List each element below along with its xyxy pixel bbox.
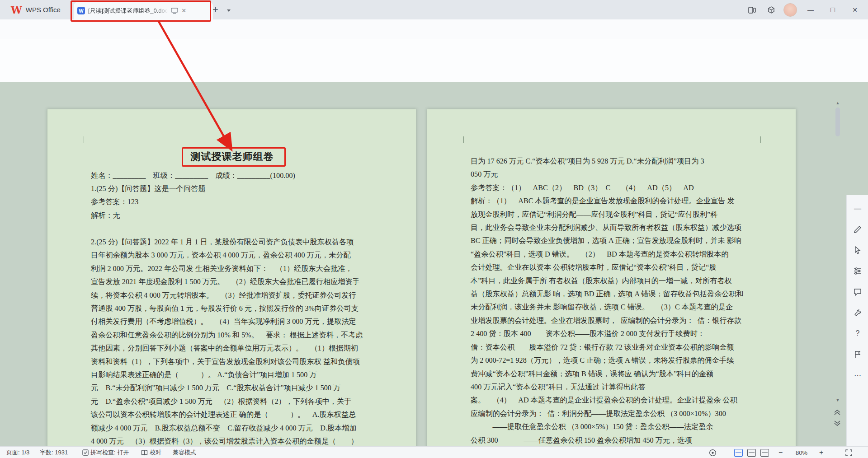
doc-text-line: 其他因素，分别回答下列小题（答案中的金额单位用万元表示）。 （1）根据期初 — [91, 342, 363, 355]
doc-text-line: 元 D.“盈余公积”项目减少 1 500 万元 （2）根据资料（2），下列各项中… — [91, 395, 363, 408]
scrollbar-thumb[interactable] — [835, 107, 840, 136]
ribbon-toolbar: 格式刷 粘贴 ✂ 宋体 小四 A+ A− wén 文 B I U A — [0, 39, 868, 83]
doc-text-line: 公积 300 ——任意盈余公积 150 盈余公积增加 450 万元，选项 — [471, 434, 744, 446]
tab-close-icon[interactable]: ✕ — [181, 7, 186, 14]
scroll-up-icon[interactable]: ▲ — [835, 100, 840, 106]
help-icon[interactable]: ? — [850, 326, 865, 341]
doc-text-line: 该公司以资本公积转增股本的会计处理表述正 确的是（ ）。 A.股东权益总 — [91, 408, 363, 421]
previous-page-button[interactable] — [833, 408, 842, 416]
doc-text-line: 目影响结果表述正确的是（ ）。 A.“负债合计”项目增加 1 500 万 — [91, 369, 363, 382]
doc-text-line: 续，将资本公积 4 000 万元转增股本。 （3）经批准增资扩股，委托证券公司发… — [91, 289, 363, 302]
screen-share-icon[interactable] — [171, 8, 178, 14]
app-brand[interactable]: W WPS Office — [6, 0, 65, 19]
new-tab-button[interactable]: + — [212, 4, 218, 15]
zoom-in-button[interactable]: + — [819, 447, 823, 458]
book-icon — [141, 450, 148, 456]
doc-text-line: 参考答案：123 — [91, 196, 206, 209]
document-page-2[interactable]: 目为 17 626 万元 C.“资本公积”项目为 5 928 万元 D.“未分配… — [427, 109, 796, 446]
margin-corner-mark — [760, 136, 767, 143]
doc-text-line: 元 B.“未分配利润”项目减少 1 500 万元 C.“股东权益合计”项目减少 … — [91, 382, 363, 395]
doc-text-line: 未分配利润，该业务并未 影响留存收益，选项 C 错误。 （3）C 本题考查的是企 — [471, 301, 744, 314]
tools-wrench-icon[interactable] — [850, 305, 865, 320]
document-tab-title: [只读]测试授课老师组卷_0.doc — [88, 7, 168, 15]
tab-list-chevron-icon[interactable] — [227, 7, 231, 15]
doc-text-line: 普通股 400 万股，每股面值 1 元，每股发行价 6 元，按照发行价的 3%向… — [91, 302, 363, 315]
comment-icon[interactable] — [850, 285, 865, 299]
window-close-button[interactable]: ✕ — [848, 3, 862, 17]
doc-text-line: 借：资本公积——股本溢价 72 贷：银行存款 72 该业务对企业资本公积的影响金… — [471, 341, 744, 354]
proofread-button[interactable]: 校对 — [141, 447, 161, 458]
compatibility-mode[interactable]: 兼容模式 — [173, 447, 196, 458]
pointer-icon[interactable] — [850, 243, 865, 257]
doc-text-line: 参考答案：（1） ABC（2） BD（3） C （4） AD（5） AD — [471, 182, 744, 195]
doc-text-line: 应编制的会计分录为： 借：利润分配——提取法定盈余公积 （3 000×10%）3… — [471, 407, 744, 421]
doc-text-line: 资料和资料（1），下列各项中，关于宣告发放现金股利对该公司股东权 益和负债项 — [91, 355, 363, 369]
window-tab-bar: W WPS Office W [只读]测试授课老师组卷_0.doc ✕ + — … — [0, 0, 868, 19]
doc-text-line: 利润 2 000 万元。2022 年公司发 生相关业务资料如下： （1）经股东大… — [91, 262, 363, 276]
more-tools-icon[interactable]: ⋯ — [850, 368, 865, 382]
doc-file-icon: W — [77, 7, 85, 14]
page-indicator[interactable]: 页面: 1/3 — [6, 447, 29, 458]
answer-block: 目为 17 626 万元 C.“资本公积”项目为 5 928 万元 D.“未分配… — [471, 155, 744, 446]
doc-text-line: 为 2 000-72=1 928（万元），选项 C 正确；选项 A 错误，未将发… — [471, 354, 744, 367]
split-window-icon[interactable] — [745, 3, 759, 17]
doc-text-line: 费冲减“资本公积”科目金额；选项 B 错误，误将应 确认为“股本”科目的金额 — [471, 368, 744, 381]
margin-corner-mark — [457, 136, 464, 143]
doc-text-line: 1.(25 分)【问答题】这是一个问答题 — [91, 182, 206, 196]
next-page-button[interactable] — [833, 419, 842, 427]
app-center-icon[interactable] — [764, 3, 778, 17]
doc-text-line: BC 正确；同时会导致企业负债增加，选项 A 正确；宣告发放现金股利时，并未 影… — [471, 234, 744, 248]
doc-text-line: 业增发股票的会计处理。企业在增发股票时， 应编制的会计分录为： 借：银行存款 — [471, 314, 744, 327]
minimize-button[interactable]: — — [804, 3, 817, 17]
maximize-button[interactable]: □ — [826, 3, 840, 17]
question1-block: 1.(25 分)【问答题】这是一个问答题参考答案：123解析：无 — [91, 182, 206, 222]
document-tab[interactable]: W [只读]测试授课老师组卷_0.doc ✕ — [74, 2, 213, 19]
doc-text-line: 宣告发放 2021 年度现金股利 1 500 万元。 （2）经股东大会批准已履行… — [91, 276, 363, 289]
doc-text-line: 益（股东权益）总额无影 响，选项 BD 正确，选项 A 错误；留存收益包括盈余公… — [471, 288, 744, 301]
doc-text-line: 解析：无 — [91, 209, 206, 222]
doc-text-line: 付相关发行费用（不考虑增值税）。 （4）当年实现净利润 3 000 万元，提取法… — [91, 315, 363, 328]
doc-text-line: 目，此业务会导致企业未分配利润减少、从而导致所有者权益（股东权益）减少选项 — [471, 221, 744, 234]
doc-title: 测试授课老师组卷 — [91, 150, 373, 164]
doc-text-line: 400 万元记入“资本公积”科目，无法通过 计算得出此答 — [471, 381, 744, 394]
doc-text-line: “盈余公积”科目，选项 D 错误。 （2） BD 本题考查的是资本公积转增股本的 — [471, 248, 744, 261]
doc-text-line: 目为 17 626 万元 C.“资本公积”项目为 5 928 万元 D.“未分配… — [471, 155, 744, 168]
word-count[interactable]: 字数: 1931 — [40, 447, 68, 458]
edit-pen-icon[interactable] — [850, 222, 865, 237]
doc-text-line: ——提取任意盈余公积 （3 000×5%）150 贷：盈余公积——法定盈余 — [471, 421, 744, 434]
ruler-row: 42 2468101214161820222426283032343638 40… — [0, 82, 868, 98]
collapse-panel-icon[interactable]: — — [850, 201, 865, 216]
menu-bar: ☰ 文件 ↶ ↷ 开始 插入 页面 引用 审阅 视图 工具 会员专享 — [0, 19, 868, 39]
view-outline-mode-icon[interactable] — [747, 449, 756, 457]
scroll-down-icon[interactable]: ▼ — [835, 397, 840, 403]
spellcheck-icon — [82, 449, 89, 456]
bookmark-flag-icon[interactable] — [850, 347, 865, 361]
doc-text-line: 本”科目，此业务属于所 有者权益（股东权益）内部项目的一增一减，对所有者权 — [471, 275, 744, 288]
doc-text-line: 案。 （4） AD 本题考查的是企业计提盈余公积的会计处理。企业计提盈余 公积 — [471, 394, 744, 407]
user-avatar[interactable] — [783, 3, 797, 17]
doc-text-line: 会计处理。企业在以资本 公积转增股本时，应借记“资本公积”科目，贷记“股 — [471, 261, 744, 274]
margin-corner-mark — [380, 136, 387, 143]
view-web-mode-icon[interactable] — [760, 449, 769, 457]
document-page-1[interactable]: 测试授课老师组卷 姓名：_________ 班级：_________ 成绩：__… — [47, 109, 416, 446]
spell-check-status[interactable]: 拼写检查: 打开 — [82, 447, 129, 458]
doc-text-line: 目年初余额为股本 3 000 万元，资本公积 4 000 万元，盈余公积 400… — [91, 249, 363, 262]
wps-logo-icon: W — [11, 4, 22, 16]
view-page-mode-icon[interactable] — [734, 449, 743, 457]
status-bar: 页面: 1/3 字数: 1931 拼写检查: 打开 校对 兼容模式 − 80% … — [0, 446, 868, 458]
doc-text-line: 4 000 万元 （3）根据资料（3），该公司增发股票计入资本公积的金额是（ ） — [91, 435, 363, 446]
doc-text-line: 2 400 贷：股本 400 资本公积——股本溢价 2 000 支付发行手续费时… — [471, 327, 744, 341]
eye-protection-icon[interactable] — [709, 447, 717, 458]
doc-text-line: 解析：（1） ABC 本题考查的是企业宣告发放现金股利的会计处理。企业宣告 发 — [471, 195, 744, 208]
doc-text-line: 2.(25 分)【问答题】2022 年 1 月 1 日，某股份有限公司资产负债表… — [91, 236, 363, 249]
doc-text-line: 放现金股利时，应借记“利润分配——应付现金股利”科目，贷记“应付股利”科 — [471, 208, 744, 221]
zoom-out-button[interactable]: − — [778, 447, 783, 458]
document-canvas: 测试授课老师组卷 姓名：_________ 班级：_________ 成绩：__… — [0, 98, 868, 446]
doc-text-line: 050 万元 — [471, 168, 744, 181]
doc-text-line: 额减少 4 000 万元 B.股东权益总额不变 C.留存收益减少 4 000 万… — [91, 422, 363, 435]
properties-sliders-icon[interactable] — [850, 264, 865, 278]
doc-header-line: 姓名：_________ 班级：_________ 成绩：_________(1… — [91, 169, 295, 182]
fullscreen-button[interactable] — [845, 447, 852, 458]
zoom-level[interactable]: 80% — [796, 447, 807, 458]
app-brand-label: WPS Office — [26, 6, 61, 14]
